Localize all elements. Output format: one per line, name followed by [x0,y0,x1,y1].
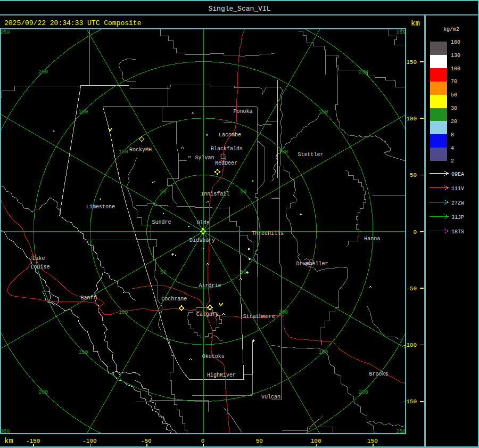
svg-text:Stettler: Stettler [298,152,324,158]
svg-text:km: km [4,437,13,445]
svg-text:4: 4 [451,145,454,151]
svg-text:100: 100 [119,309,128,315]
svg-text:Lacombe: Lacombe [219,132,241,138]
svg-text:100: 100 [119,149,128,155]
svg-text:30: 30 [451,105,457,111]
svg-text:Ponoka: Ponoka [234,109,253,115]
svg-text:*: * [251,180,254,186]
svg-text:200: 200 [359,389,368,395]
svg-text:-150: -150 [403,398,417,405]
svg-text:250: 250 [1,30,10,36]
svg-text:111V: 111V [451,186,464,192]
svg-text:-100: -100 [403,342,417,348]
svg-text:Okotoks: Okotoks [202,354,225,360]
svg-text:0: 0 [201,438,205,444]
svg-text:Didsbury: Didsbury [189,238,215,243]
svg-text:Calgary: Calgary [196,312,219,317]
svg-text:HighRiver: HighRiver [207,372,236,378]
svg-text:kg/m2: kg/m2 [443,27,459,32]
svg-text:-50: -50 [406,286,417,292]
svg-text:250: 250 [396,30,406,36]
svg-text:Blackfalds: Blackfalds [211,146,243,152]
svg-text:150: 150 [318,109,328,115]
svg-text:-50: -50 [141,438,152,444]
svg-text:Airdrie: Airdrie [199,283,221,289]
svg-text:31JP: 31JP [451,215,464,221]
svg-text:RockyMH: RockyMH [129,147,152,153]
svg-text:50: 50 [410,172,417,178]
svg-text:Single_Scan_VIL: Single_Scan_VIL [208,5,270,13]
svg-text:200: 200 [359,69,368,75]
svg-text:100: 100 [311,438,321,444]
svg-text:100: 100 [278,309,288,315]
svg-text:ThreeHills: ThreeHills [252,231,284,237]
svg-text:150: 150 [406,59,417,66]
svg-text:100: 100 [451,66,460,72]
svg-text:Sylvan: Sylvan [195,155,214,161]
svg-text:50: 50 [240,189,246,195]
svg-text:Innisfail: Innisfail [201,191,229,197]
svg-text:8: 8 [451,132,454,138]
svg-text:-150: -150 [26,438,40,444]
svg-text:km: km [411,19,420,28]
svg-text:-100: -100 [82,438,96,444]
svg-text:50: 50 [160,189,167,195]
svg-text:*: * [98,198,102,204]
svg-text:Drumheller: Drumheller [296,261,328,267]
svg-text:50: 50 [240,270,246,275]
svg-text:100: 100 [406,116,417,122]
svg-text:Strathmore: Strathmore [243,314,275,320]
svg-text:160: 160 [451,39,460,45]
svg-text:150: 150 [78,349,88,355]
svg-text:50: 50 [451,92,457,98]
svg-text:200: 200 [38,389,48,395]
svg-text:150: 150 [78,109,88,115]
svg-text:Vulcan: Vulcan [261,394,280,400]
svg-text:27ZW: 27ZW [451,200,464,206]
svg-text:Banff: Banff [80,295,96,301]
svg-text:09EA: 09EA [451,172,464,177]
svg-text:Cochrane: Cochrane [161,296,187,302]
svg-text:Louise: Louise [31,264,50,270]
svg-text:Olds: Olds [197,220,210,226]
svg-text:Lake: Lake [32,256,45,262]
svg-text:50: 50 [160,270,167,275]
svg-text:150: 150 [367,438,378,444]
svg-text:Sundre: Sundre [152,219,171,225]
svg-text:70: 70 [451,79,457,85]
svg-text:18TS: 18TS [451,229,464,235]
svg-text:150: 150 [318,349,328,355]
svg-text:2: 2 [451,158,454,164]
svg-text:Hanna: Hanna [364,236,380,242]
svg-text:130: 130 [451,53,460,59]
svg-text:20: 20 [451,119,457,125]
svg-text:100: 100 [278,149,288,155]
svg-text:0: 0 [413,229,417,235]
svg-text:Limestone: Limestone [86,204,115,210]
svg-text:50: 50 [256,438,263,444]
svg-text:2025/09/22 20:34:33 UTC Compos: 2025/09/22 20:34:33 UTC Composite [4,19,141,27]
svg-text:RedDeer: RedDeer [215,160,237,166]
svg-text:Brooks: Brooks [369,371,389,377]
svg-text:200: 200 [38,69,48,75]
